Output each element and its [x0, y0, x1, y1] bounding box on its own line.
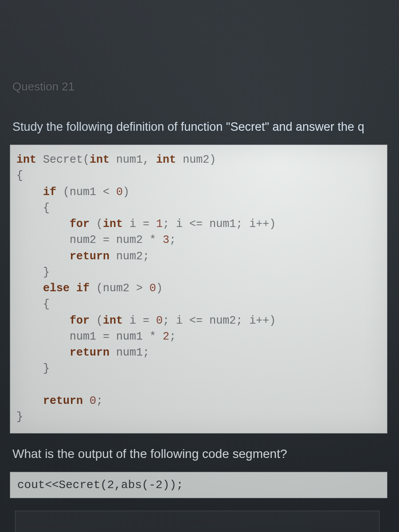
paren: (: [90, 218, 103, 231]
txt: i =: [123, 314, 156, 327]
paren: ): [123, 186, 129, 199]
paren: (: [83, 153, 90, 166]
brace: {: [16, 298, 50, 311]
txt: ; i <= num1; i++): [163, 218, 276, 231]
brace: {: [16, 202, 50, 215]
txt: num1;: [110, 346, 149, 359]
fn-name: Secret: [43, 153, 83, 166]
txt: ; i <= num2; i++): [163, 314, 276, 327]
lit-0: 0: [116, 186, 123, 199]
brace: }: [16, 362, 50, 375]
code-content: int Secret(int num1, int num2) { if (num…: [16, 152, 381, 425]
semi: ;: [96, 395, 103, 407]
sp: [83, 395, 90, 407]
kw-int: int: [103, 314, 123, 327]
brace: }: [16, 411, 23, 423]
top-spacer: [0, 0, 399, 80]
txt: i =: [123, 218, 156, 231]
semi: ;: [169, 234, 176, 246]
cond: (num1 <: [56, 186, 116, 199]
lit-2: 2: [163, 330, 169, 343]
kw-return: return: [70, 346, 110, 359]
question-text: What is the output of the following code…: [12, 447, 399, 461]
lit-0: 0: [90, 395, 96, 407]
txt: num2;: [110, 250, 149, 263]
kw-int: int: [103, 218, 123, 231]
kw-return: return: [70, 250, 110, 263]
kw-elseif: else if: [43, 282, 90, 295]
call-code: cout<<Secret(2,abs(-2));: [17, 478, 380, 492]
kw-for: for: [70, 218, 90, 231]
param2: num2): [176, 153, 216, 166]
brace: }: [16, 266, 50, 279]
txt: num2 = num2 *: [16, 234, 163, 246]
paren: ): [156, 282, 163, 295]
kw-if: if: [43, 186, 56, 199]
semi: ;: [169, 330, 176, 343]
txt: num1 = num1 *: [16, 330, 163, 343]
kw-return: return: [43, 395, 83, 407]
answer-input[interactable]: [15, 511, 379, 532]
code-block-call: cout<<Secret(2,abs(-2));: [10, 472, 387, 498]
code-block-secret: int Secret(int num1, int num2) { if (num…: [10, 145, 387, 434]
kw-for: for: [70, 314, 90, 327]
txt: (num2 >: [90, 282, 149, 295]
param1: num1,: [110, 153, 149, 166]
kw-int: int: [16, 153, 36, 166]
question-number: Question 21: [12, 80, 399, 94]
brace: {: [16, 169, 23, 182]
quiz-screen: Question 21 Study the following definiti…: [0, 0, 399, 532]
kw-int: int: [156, 153, 176, 166]
lit-0: 0: [149, 282, 156, 295]
question-intro: Study the following definition of functi…: [12, 120, 399, 134]
lit-0: 0: [156, 314, 163, 327]
lit-3: 3: [163, 234, 169, 246]
lit-1: 1: [156, 218, 163, 231]
kw-int: int: [90, 153, 110, 166]
paren: (: [90, 314, 103, 327]
